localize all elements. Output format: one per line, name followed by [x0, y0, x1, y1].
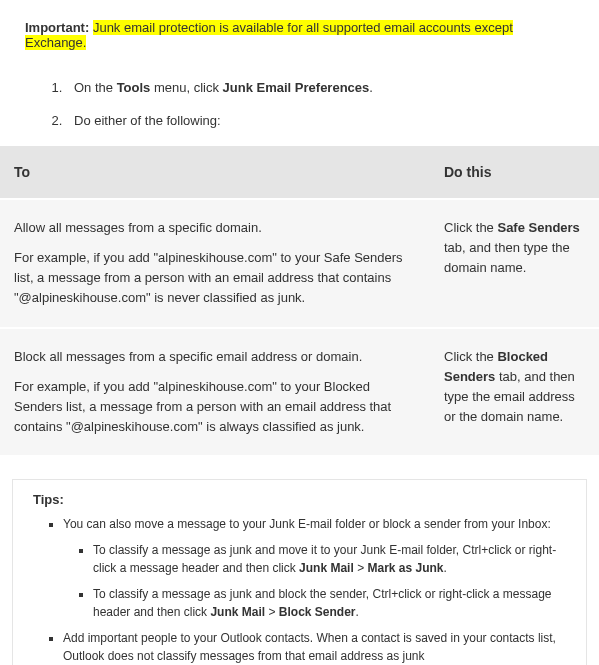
tip-text: >	[354, 561, 368, 575]
step-text: .	[369, 80, 373, 95]
row-action-bold: Safe Senders	[497, 220, 579, 235]
important-text: Junk email protection is available for a…	[25, 20, 513, 50]
row-body: For example, if you add "alpineskihouse.…	[14, 248, 416, 308]
tip-bold: Junk Mail	[299, 561, 354, 575]
row-body: For example, if you add "alpineskihouse.…	[14, 377, 416, 437]
row-action-text: tab, and then type the domain name.	[444, 240, 570, 275]
tips-box: Tips: You can also move a message to you…	[12, 479, 587, 665]
important-notice: Important: Junk email protection is avai…	[0, 10, 599, 60]
tip-text: .	[444, 561, 447, 575]
step-1: On the Tools menu, click Junk Email Pref…	[66, 80, 569, 95]
tip-item: Add important people to your Outlook con…	[63, 629, 566, 665]
steps-list: On the Tools menu, click Junk Email Pref…	[0, 60, 599, 128]
tip-bold: Block Sender	[279, 605, 356, 619]
tip-text: .	[356, 605, 359, 619]
step-text: menu, click	[150, 80, 222, 95]
step-2: Do either of the following:	[66, 113, 569, 128]
tip-bold: Junk Mail	[210, 605, 265, 619]
tip-text: >	[265, 605, 279, 619]
table-header-do: Do this	[430, 146, 599, 199]
row-action-text: Click the	[444, 220, 497, 235]
step-bold: Junk Email Preferences	[223, 80, 370, 95]
tips-title: Tips:	[33, 492, 566, 507]
row-title: Block all messages from a specific email…	[14, 347, 416, 367]
tip-bold: Mark as Junk	[367, 561, 443, 575]
step-text: Do either of the following:	[74, 113, 221, 128]
table-header-to: To	[0, 146, 430, 199]
tip-subitem: To classify a message as junk and block …	[93, 585, 566, 621]
row-action-text: Click the	[444, 349, 497, 364]
table-row: Block all messages from a specific email…	[0, 328, 599, 457]
step-bold: Tools	[117, 80, 151, 95]
tip-text: You can also move a message to your Junk…	[63, 517, 551, 531]
step-text: On the	[74, 80, 117, 95]
tip-item: You can also move a message to your Junk…	[63, 515, 566, 621]
important-label: Important:	[25, 20, 89, 35]
tip-text: Add important people to your Outlook con…	[63, 631, 556, 663]
row-title: Allow all messages from a specific domai…	[14, 218, 416, 238]
table-row: Allow all messages from a specific domai…	[0, 199, 599, 328]
tip-subitem: To classify a message as junk and move i…	[93, 541, 566, 577]
instruction-table: To Do this Allow all messages from a spe…	[0, 146, 599, 457]
